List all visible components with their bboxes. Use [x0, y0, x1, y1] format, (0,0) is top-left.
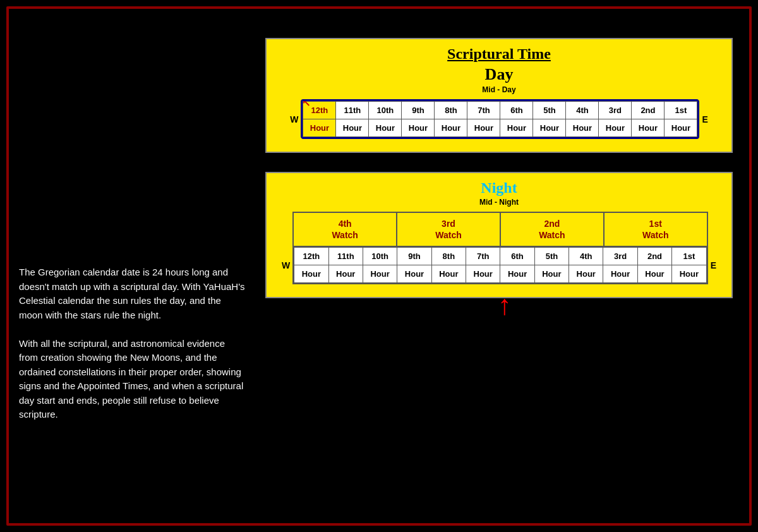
day-hours-table: ↖ 12th 11th 10th 9th 8th 7th 6th 5th 4th… — [301, 99, 699, 139]
night-hour-6th-label: 6th — [500, 248, 534, 265]
night-hour-5th-sub: Hour — [534, 265, 568, 283]
night-mid-label: Mid - Night — [279, 198, 719, 207]
day-title: Day — [279, 65, 719, 84]
day-section: Scriptural Time Day Mid - Day W ↖ 12th 1… — [265, 38, 733, 153]
day-hour-12th-label: ↖ 12th — [303, 102, 336, 119]
day-east-label: E — [699, 114, 710, 124]
watch-3rd: 3rdWatch — [397, 213, 501, 246]
day-hour-10th-sub: Hour — [369, 119, 402, 137]
left-description: The Gregorian calendar date is 24 hours … — [19, 265, 246, 422]
night-hour-3rd-label: 3rd — [603, 248, 637, 265]
day-hour-3rd-label: 3rd — [599, 102, 632, 119]
night-hour-4th-sub: Hour — [569, 265, 603, 283]
red-arrow-icon: ↑ — [498, 291, 512, 319]
night-hour-10th-label: 10th — [363, 248, 397, 265]
night-hour-9th-label: 9th — [397, 248, 431, 265]
day-hour-5th-sub: Hour — [533, 119, 566, 137]
night-hour-2nd-sub: Hour — [637, 265, 671, 283]
night-hour-11th-sub: Hour — [328, 265, 363, 283]
night-hours-container: W 12th 11th 10th 9th 8th 7th 6th 5th 4th… — [279, 246, 719, 284]
red-arrow-container: ↑ — [498, 291, 512, 319]
day-hour-12th-sub: Hour — [303, 119, 336, 137]
night-title: Night — [279, 179, 719, 196]
day-hours-container: W ↖ 12th 11th 10th 9th 8th 7th 6th — [279, 99, 719, 139]
night-hour-2nd-label: 2nd — [637, 248, 671, 265]
day-hour-5th-label: 5th — [533, 102, 566, 119]
day-hour-11th-label: 11th — [336, 102, 369, 119]
night-hour-9th-sub: Hour — [397, 265, 431, 283]
day-hour-3rd-sub: Hour — [599, 119, 632, 137]
main-title: Scriptural Time — [279, 45, 719, 63]
day-hour-4th-sub: Hour — [566, 119, 599, 137]
day-hour-2nd-label: 2nd — [632, 102, 665, 119]
day-hour-1st-sub: Hour — [665, 119, 697, 137]
day-hour-9th-label: 9th — [402, 102, 435, 119]
day-west-label: W — [287, 114, 301, 124]
night-hour-8th-sub: Hour — [431, 265, 466, 283]
night-hour-12th-label: 12th — [294, 248, 328, 265]
watch-1st: 1stWatch — [605, 213, 707, 246]
night-west-label: W — [279, 260, 292, 270]
watch-2nd: 2ndWatch — [501, 213, 605, 246]
day-hour-1st-label: 1st — [665, 102, 697, 119]
day-hour-7th-sub: Hour — [467, 119, 500, 137]
night-hour-1st-label: 1st — [672, 248, 706, 265]
cursor-icon: ↖ — [301, 99, 311, 107]
night-hour-3rd-sub: Hour — [603, 265, 637, 283]
night-hour-11th-label: 11th — [328, 248, 363, 265]
day-hour-7th-label: 7th — [467, 102, 500, 119]
night-hour-6th-sub: Hour — [500, 265, 534, 283]
night-hour-4th-label: 4th — [569, 248, 603, 265]
day-hour-9th-sub: Hour — [402, 119, 435, 137]
night-hour-10th-sub: Hour — [363, 265, 397, 283]
day-hour-4th-label: 4th — [566, 102, 599, 119]
day-hour-11th-sub: Hour — [336, 119, 369, 137]
day-hour-6th-sub: Hour — [500, 119, 533, 137]
day-hour-6th-label: 6th — [500, 102, 533, 119]
day-hour-2nd-sub: Hour — [632, 119, 665, 137]
night-hour-8th-label: 8th — [431, 248, 466, 265]
description-paragraph1: The Gregorian calendar date is 24 hours … — [19, 265, 246, 322]
day-hour-8th-label: 8th — [435, 102, 467, 119]
night-hour-7th-label: 7th — [466, 248, 500, 265]
watches-row: 4thWatch 3rdWatch 2ndWatch 1stWatch — [292, 212, 707, 246]
night-east-label: E — [708, 260, 719, 270]
description-paragraph2: With all the scriptural, and astronomica… — [19, 337, 246, 422]
right-panel: Scriptural Time Day Mid - Day W ↖ 12th 1… — [265, 38, 733, 298]
day-mid-label: Mid - Day — [279, 85, 719, 94]
night-hour-5th-label: 5th — [534, 248, 568, 265]
day-hour-10th-label: 10th — [369, 102, 402, 119]
night-hour-1st-sub: Hour — [672, 265, 706, 283]
day-hour-8th-sub: Hour — [435, 119, 467, 137]
night-hour-12th-sub: Hour — [294, 265, 328, 283]
night-section: Night Mid - Night W 4thWatch 3rdWatch 2n… — [265, 172, 733, 298]
watch-4th: 4thWatch — [294, 213, 397, 246]
night-hours-table: 12th 11th 10th 9th 8th 7th 6th 5th 4th 3… — [292, 246, 707, 284]
night-hour-7th-sub: Hour — [466, 265, 500, 283]
